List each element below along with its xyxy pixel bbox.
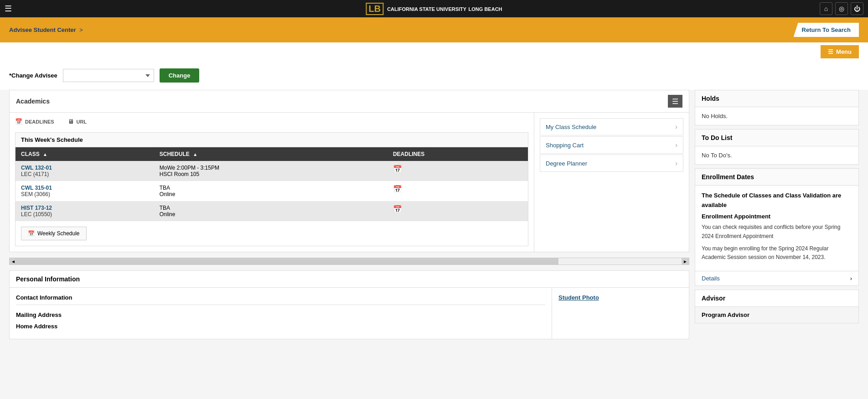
weekly-schedule-button[interactable]: 📅 Weekly Schedule xyxy=(21,227,87,240)
return-to-search-button[interactable]: Return To Search xyxy=(794,23,859,37)
scroll-thumb[interactable] xyxy=(15,258,558,264)
deadline-cell[interactable]: 📅 xyxy=(388,181,528,201)
holds-body: No Holds. xyxy=(695,107,858,125)
breadcrumb-bar: Advisee Student Center > Return To Searc… xyxy=(0,17,868,42)
contact-info-panel: Contact Information Mailing Address Home… xyxy=(10,288,552,339)
program-advisor-row: Program Advisor xyxy=(695,307,858,323)
enrollment-sub1: You can check requisites and conflicts b… xyxy=(702,223,852,240)
schedule-cell: TBA Online xyxy=(154,201,388,221)
academics-quick-links: My Class Schedule › Shopping Cart › Degr… xyxy=(534,113,689,252)
my-class-schedule-link[interactable]: My Class Schedule › xyxy=(540,118,683,135)
deadline-calendar-icon[interactable]: 📅 xyxy=(393,205,402,213)
todo-content: No To Do's. xyxy=(702,152,732,159)
logo-name: LONG BEACH xyxy=(469,6,502,12)
schedule-table-header-row: CLASS ▲ SCHEDULE ▲ DEADLINES xyxy=(16,147,528,161)
url-label: URL xyxy=(77,119,87,124)
home-address-label: Home Address xyxy=(16,323,545,330)
schedule-table: CLASS ▲ SCHEDULE ▲ DEADLINES xyxy=(16,147,528,221)
holds-content: No Holds. xyxy=(702,113,728,119)
content-area: Academics ☰ 📅 DEADLINES 🖥 URL xyxy=(9,90,689,399)
holds-card: Holds No Holds. xyxy=(695,90,859,125)
quick-links-list: My Class Schedule › Shopping Cart › Degr… xyxy=(540,118,683,172)
change-advisee-select[interactable] xyxy=(63,69,154,82)
enrollment-dates-card: Enrollment Dates The Schedule of Classes… xyxy=(695,168,859,286)
logo-text-block: CALIFORNIA STATE UNIVERSITY LONG BEACH xyxy=(387,5,502,13)
power-icon[interactable]: ⏻ xyxy=(851,2,863,15)
enrollment-dates-body: The Schedule of Classes and Class Valida… xyxy=(695,186,858,271)
class-column-header[interactable]: CLASS ▲ xyxy=(16,147,154,161)
home-icon[interactable]: ⌂ xyxy=(820,2,832,15)
menu-label: Menu xyxy=(836,48,852,55)
week-schedule-card: This Week's Schedule CLASS ▲ SCHEDULE xyxy=(15,132,528,246)
nav-left: ☰ xyxy=(5,4,12,14)
change-advisee-label: *Change Advisee xyxy=(9,72,57,79)
deadline-calendar-icon[interactable]: 📅 xyxy=(393,185,402,193)
class-type: LEC (4171) xyxy=(21,171,49,177)
todo-card: To Do List No To Do's. xyxy=(695,129,859,165)
circle-icon[interactable]: ◎ xyxy=(835,2,848,15)
class-name[interactable]: CWL 132-01 xyxy=(21,165,149,171)
weekly-schedule-icon: 📅 xyxy=(28,230,35,237)
table-row: CWL 315-01 SEM (3066) TBA Online 📅 xyxy=(16,181,528,201)
todo-title: To Do List xyxy=(695,130,858,146)
student-photo-link[interactable]: Student Photo xyxy=(558,294,599,301)
horizontal-scrollbar[interactable]: ◄ ► xyxy=(9,258,689,265)
change-advisee-bar: *Change Advisee Change xyxy=(0,61,868,90)
breadcrumb: Advisee Student Center > xyxy=(9,26,83,33)
advisor-card: Advisor Program Advisor xyxy=(695,290,859,323)
university-logo: LB CALIFORNIA STATE UNIVERSITY LONG BEAC… xyxy=(366,3,502,15)
deadlines-column-header: DEADLINES xyxy=(388,147,528,161)
schedule-column-header[interactable]: SCHEDULE ▲ xyxy=(154,147,388,161)
class-sort-arrow: ▲ xyxy=(43,152,47,157)
url-link[interactable]: 🖥 URL xyxy=(68,118,87,125)
right-sidebar: Holds No Holds. To Do List No To Do's. E… xyxy=(695,90,859,399)
advisor-title: Advisor xyxy=(695,290,858,307)
student-photo-panel: Student Photo xyxy=(552,288,689,339)
breadcrumb-chevron: > xyxy=(79,26,83,33)
class-type: SEM (3066) xyxy=(21,191,50,197)
details-chevron: › xyxy=(850,275,852,282)
advisee-student-center-link[interactable]: Advisee Student Center xyxy=(9,26,76,33)
academics-body: 📅 DEADLINES 🖥 URL This Week's Schedule xyxy=(10,113,689,252)
my-class-schedule-label: My Class Schedule xyxy=(546,124,596,130)
menu-icon: ☰ xyxy=(828,48,833,55)
deadline-cell[interactable]: 📅 xyxy=(388,201,528,221)
enrollment-dates-title: Enrollment Dates xyxy=(695,169,858,186)
details-link-row[interactable]: Details › xyxy=(695,271,858,285)
personal-info-header: Personal Information xyxy=(10,271,689,288)
enrollment-sub2: You may begin enrolling for the Spring 2… xyxy=(702,244,852,262)
academics-menu-button[interactable]: ☰ xyxy=(668,95,682,108)
change-button[interactable]: Change xyxy=(160,68,200,83)
schedule-cell: TBA Online xyxy=(154,181,388,201)
deadlines-link[interactable]: 📅 DEADLINES xyxy=(15,118,54,125)
weekly-schedule-btn-wrapper: 📅 Weekly Schedule xyxy=(16,221,528,246)
nav-right-icons: ⌂ ◎ ⏻ xyxy=(820,2,863,15)
schedule-cell: MoWe 2:00PM - 3:15PM HSCI Room 105 xyxy=(154,161,388,181)
table-row: HIST 173-12 LEC (10550) TBA Online 📅 xyxy=(16,201,528,221)
academics-title: Academics xyxy=(16,98,50,105)
shopping-cart-link[interactable]: Shopping Cart › xyxy=(540,136,683,154)
hamburger-icon[interactable]: ☰ xyxy=(5,4,12,14)
degree-planner-label: Degree Planner xyxy=(546,160,587,167)
academics-left: 📅 DEADLINES 🖥 URL This Week's Schedule xyxy=(10,113,534,252)
enrollment-heading2: Enrollment Appointment xyxy=(702,212,852,222)
details-link[interactable]: Details xyxy=(702,275,720,282)
menu-button[interactable]: ☰ Menu xyxy=(821,45,859,58)
deadline-calendar-icon[interactable]: 📅 xyxy=(393,165,402,173)
holds-title: Holds xyxy=(695,90,858,107)
main-layout: Academics ☰ 📅 DEADLINES 🖥 URL xyxy=(0,90,868,399)
monitor-icon: 🖥 xyxy=(68,118,74,125)
week-schedule-header: This Week's Schedule xyxy=(16,133,528,147)
personal-info-body: Contact Information Mailing Address Home… xyxy=(10,288,689,339)
academics-card: Academics ☰ 📅 DEADLINES 🖥 URL xyxy=(9,90,689,252)
weekly-schedule-label: Weekly Schedule xyxy=(37,230,80,237)
class-cell: CWL 315-01 SEM (3066) xyxy=(16,181,154,201)
logo-university: CALIFORNIA STATE UNIVERSITY xyxy=(387,6,466,12)
class-name[interactable]: CWL 315-01 xyxy=(21,185,149,191)
class-name[interactable]: HIST 173-12 xyxy=(21,205,149,211)
personal-info-card: Personal Information Contact Information… xyxy=(9,270,689,339)
degree-planner-link[interactable]: Degree Planner › xyxy=(540,155,683,172)
logo-lb-text: LB xyxy=(366,3,383,15)
deadline-cell[interactable]: 📅 xyxy=(388,161,528,181)
scroll-right-arrow[interactable]: ► xyxy=(682,258,689,264)
